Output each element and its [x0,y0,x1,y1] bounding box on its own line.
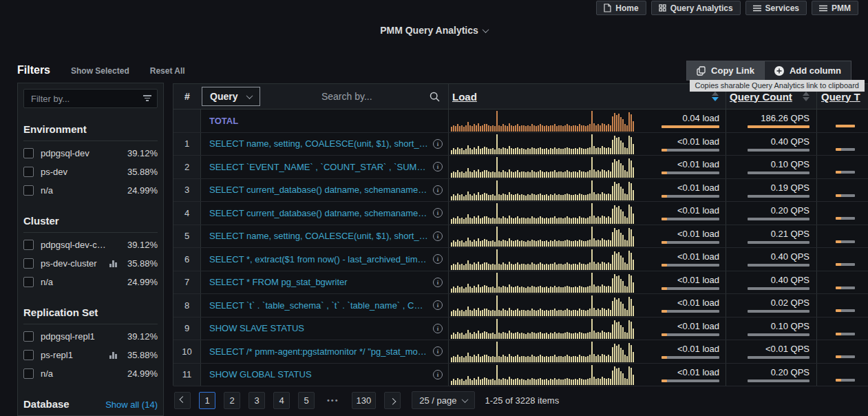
query-count-value: <0.01 QPS [765,344,809,354]
query-count-value: 0.40 QPS [771,251,809,262]
column-header-query-time[interactable]: Query T [821,91,860,103]
query-link[interactable]: SELECT * FROM pg_stat_bgwriter [209,277,429,287]
checkbox[interactable] [23,350,34,360]
checkbox[interactable] [23,258,34,269]
chevron-down-icon[interactable] [482,26,489,33]
nav-home-button[interactable]: Home [596,1,646,15]
divider [23,141,158,141]
checkbox[interactable] [23,368,34,379]
query-count-value: 186.26 QPS [761,113,809,123]
filter-item-ps-dev[interactable]: ps-dev35.88% [23,163,158,181]
checkbox[interactable] [23,185,34,196]
filter-item-ps-repl1[interactable]: ps-repl135.88% [23,346,158,364]
checkbox[interactable] [23,167,34,177]
filter-section-title: Database [23,398,70,410]
pagination: 12345•••130 25 / page 1-25 of 3228 items [174,391,559,409]
page-button-3[interactable]: 3 [248,392,265,409]
info-icon[interactable]: i [433,139,443,149]
info-icon[interactable]: i [433,162,443,171]
query-count-bar [748,264,809,267]
query-link[interactable]: SELECT /* pmm-agent:pgstatmonitor */ "pg… [209,346,429,357]
nav-pmm-label: PMM [832,3,851,13]
search-icon[interactable] [430,92,440,102]
nav-pmm-button[interactable]: PMM [812,1,858,15]
query-count-value: 0.10 QPS [771,159,809,169]
top-nav: Home Query Analytics Services PMM [596,1,858,15]
checkbox[interactable] [23,148,34,158]
page-size-select[interactable]: 25 / page [412,391,475,409]
query-link[interactable]: SELECT name, setting, COALESCE(unit, $1)… [209,138,429,149]
load-bar [661,333,719,336]
sort-icons-query-count[interactable] [803,92,809,101]
query-link[interactable]: SELECT current_database() datname, schem… [209,185,429,195]
query-time-bar [836,194,855,197]
chevron-left-icon [179,396,186,403]
column-header-load[interactable]: Load [452,91,477,103]
info-icon[interactable]: i [433,346,443,356]
total-row-link[interactable]: TOTAL [209,116,443,126]
show-selected-link[interactable]: Show Selected [71,66,129,76]
load-value: <0.01 load [677,321,719,331]
query-link[interactable]: SELECT `t` . `table_schema` , `t` . `tab… [209,300,429,311]
filter-item-ps-dev-cluster[interactable]: ps-dev-cluster35.88% [23,254,158,273]
load-sparkline [449,340,640,363]
page-button-1[interactable]: 1 [199,392,215,409]
query-link[interactable]: SHOW GLOBAL STATUS [209,369,429,379]
column-header-query-count[interactable]: Query Count [730,91,792,103]
page-button-4[interactable]: 4 [273,392,290,409]
info-icon[interactable]: i [433,254,443,264]
info-icon[interactable]: i [433,278,443,287]
page-button-130[interactable]: 130 [352,392,377,409]
query-count-bar [748,333,809,336]
query-link[interactable]: SELECT *, extract($1 from now() - last_a… [209,254,429,264]
load-bar [661,171,719,174]
page-button-5[interactable]: 5 [298,392,315,409]
info-icon[interactable]: i [433,370,443,379]
info-icon[interactable]: i [433,231,443,241]
filter-item-pdpgsql-dev[interactable]: pdpgsql-dev39.12% [23,144,158,163]
add-column-button[interactable]: Add column [764,61,851,81]
page-ellipsis[interactable]: ••• [323,392,343,409]
checkbox[interactable] [23,240,34,250]
show-all-link[interactable]: Show all (14) [105,399,158,410]
reset-all-link[interactable]: Reset All [150,66,185,76]
checkbox[interactable] [23,331,34,342]
load-sparkline [449,248,640,271]
prev-page-button[interactable] [174,392,191,409]
query-link[interactable]: SELECT current_database() datname, schem… [209,208,429,218]
query-column-dropdown[interactable]: Query [202,87,260,106]
nav-services-button[interactable]: Services [745,1,807,15]
page-button-2[interactable]: 2 [224,392,240,409]
load-value: <0.01 load [677,136,719,147]
info-icon[interactable]: i [433,300,443,310]
filter-item-n-a[interactable]: n/a24.99% [23,181,158,200]
filter-item-pdpgsql-dev-c-[interactable]: pdpgsql-dev-c…39.12% [23,236,158,254]
sort-icons-load[interactable] [712,92,719,101]
load-bar [661,125,719,128]
nav-query-analytics-button[interactable]: Query Analytics [651,1,741,15]
bar-chart-icon[interactable] [109,260,117,267]
search-input[interactable] [266,91,448,102]
next-page-button[interactable] [384,392,401,409]
filter-item-n-a[interactable]: n/a24.99% [23,273,158,291]
copy-link-button[interactable]: Copy Link [686,61,764,81]
query-link[interactable]: SHOW SLAVE STATUS [209,323,429,333]
query-link[interactable]: SELECT name, setting, COALESCE(unit, $1)… [209,231,429,241]
query-time-bar [836,287,855,289]
query-count-value: 0.02 QPS [771,298,809,308]
checkbox[interactable] [23,277,34,287]
load-bar [661,310,719,313]
info-icon[interactable]: i [433,208,443,218]
info-icon[interactable]: i [433,324,443,333]
row-number [173,110,201,132]
info-icon[interactable]: i [433,185,443,195]
query-link[interactable]: SELECT `EVENT_NAME` , `COUNT_STAR` , `SU… [209,162,429,172]
bar-chart-icon[interactable] [109,352,117,359]
toolbar: Copy Link Add column [686,61,851,81]
filter-by-input[interactable] [23,89,158,108]
query-time-bar [836,240,855,243]
grid-icon [659,4,666,12]
filter-item-pdpgsql-repl1[interactable]: pdpgsql-repl139.12% [23,327,158,346]
filter-item-n-a[interactable]: n/a24.99% [23,364,158,383]
divider [23,232,158,233]
